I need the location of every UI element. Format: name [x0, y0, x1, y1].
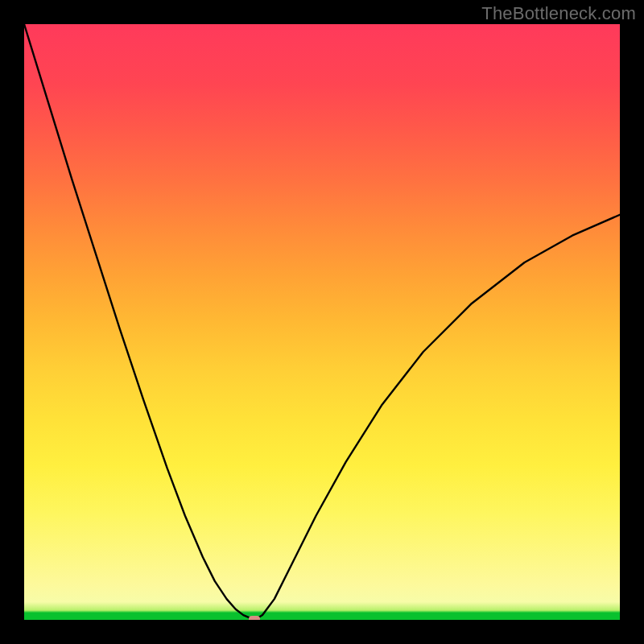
watermark-text: TheBottleneck.com — [481, 3, 636, 24]
chart-frame: TheBottleneck.com — [0, 0, 644, 644]
bottleneck-curve — [24, 24, 620, 620]
plot-area — [24, 24, 620, 620]
minimum-marker — [249, 616, 260, 620]
